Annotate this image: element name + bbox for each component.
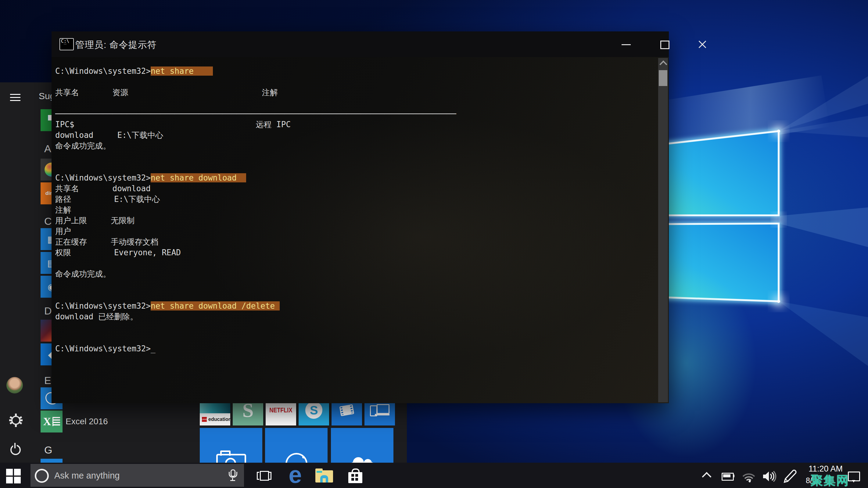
partial-app-icon	[40, 459, 63, 463]
terminal-text: 命令成功完成。	[55, 269, 111, 278]
windows-store-icon[interactable]	[348, 468, 364, 483]
volume-icon[interactable]	[763, 470, 777, 483]
terminal-line	[55, 151, 669, 162]
terminal-text: download 已经删除。	[55, 312, 138, 321]
notification-center-icon[interactable]	[848, 471, 860, 483]
terminal-text: 共享名 download	[55, 184, 151, 193]
terminal-text: 权限 Everyone, READ	[55, 248, 181, 257]
scrollbar-up-arrow-icon[interactable]	[659, 60, 667, 68]
app-section-letter-E[interactable]: E	[44, 374, 51, 387]
terminal-line: 路径 E:\下载中心	[55, 194, 669, 205]
user-avatar[interactable]	[6, 377, 23, 393]
terminal-line: 用户	[55, 226, 669, 237]
movies-tv-icon	[339, 404, 354, 416]
battery-icon[interactable]	[722, 473, 734, 480]
terminal-text: C:\Windows\system32>	[55, 173, 151, 182]
terminal-line: 共享名 download	[55, 183, 669, 194]
terminal-text: 共享名 资源 注解	[55, 88, 278, 97]
tile-camera-app[interactable]	[200, 428, 262, 463]
search-input[interactable]	[54, 464, 201, 487]
terminal-text: C:\Windows\system32>	[55, 301, 151, 310]
start-button[interactable]	[5, 467, 21, 483]
lego-education-label: LEGOeducation	[200, 413, 230, 425]
app-label-excel-2016[interactable]: Excel 2016	[66, 417, 108, 426]
terminal-line: IPC$ 远程 IPC	[55, 119, 669, 130]
terminal-line: download 已经删除。	[55, 311, 669, 322]
terminal-line	[55, 77, 669, 87]
terminal-line: 权限 Everyone, READ	[55, 247, 669, 258]
terminal-line: C:\Windows\system32>_	[55, 343, 669, 354]
minimize-button[interactable]	[619, 37, 633, 52]
app-list-item-excel-2016[interactable]: X	[40, 410, 63, 432]
file-explorer-icon[interactable]	[315, 468, 333, 483]
terminal-line	[55, 333, 669, 343]
terminal-text: 命令成功完成。	[55, 141, 111, 150]
terminal-line: download E:\下载中心	[55, 130, 669, 141]
terminal-line: C:\Windows\system32>net share download /…	[55, 301, 669, 311]
terminal-text: 用户上限 无限制	[55, 216, 134, 225]
terminal-text: 用户	[55, 226, 71, 236]
pen-icon[interactable]	[783, 470, 797, 483]
terminal-text: 路径 E:\下载中心	[55, 194, 160, 204]
terminal-line: C:\Windows\system32>net share download	[55, 173, 669, 183]
maximize-button[interactable]	[657, 37, 671, 52]
terminal-line: 正在缓存 手动缓存文档	[55, 237, 669, 247]
phone-companion-icon	[370, 404, 390, 416]
highlighted-command: net share download	[151, 173, 246, 182]
terminal-text: 正在缓存 手动缓存文档	[55, 237, 158, 246]
edge-browser-icon[interactable]: e	[285, 463, 305, 487]
microphone-icon[interactable]	[228, 469, 237, 482]
terminal-text: ────────────────────────────────────────…	[55, 109, 456, 118]
hamburger-menu-icon[interactable]	[10, 94, 21, 102]
app-section-letter-A[interactable]: A	[44, 143, 51, 155]
taskbar	[0, 463, 868, 488]
app-list-item-partial-app[interactable]	[40, 459, 63, 463]
terminal-line: 用户上限 无限制	[55, 215, 669, 226]
app-section-letter-C[interactable]: C	[44, 215, 52, 227]
terminal-text: 注解	[55, 205, 71, 214]
terminal-line	[55, 162, 669, 173]
skype-s-icon: S	[305, 402, 322, 419]
excel-icon: X	[40, 410, 63, 432]
highlighted-command: net share	[151, 66, 213, 75]
cortana-search-box[interactable]	[31, 464, 244, 487]
terminal-line	[55, 290, 669, 301]
terminal-line: 注解	[55, 205, 669, 215]
cmd-prompt-icon: C:\ ‾	[60, 38, 74, 50]
app-section-letter-G[interactable]: G	[44, 444, 52, 456]
cmd-title-bar[interactable]: C:\ ‾ 管理员: 命令提示符	[52, 31, 669, 57]
terminal-line: 命令成功完成。	[55, 269, 669, 279]
cortana-icon	[35, 469, 49, 483]
terminal-text: C:\Windows\system32>	[55, 66, 151, 75]
terminal-line	[55, 322, 669, 333]
terminal-line	[55, 258, 669, 269]
settings-gear-icon[interactable]	[9, 414, 23, 427]
cmd-window-title: 管理员: 命令提示符	[75, 39, 157, 51]
terminal-line: 命令成功完成。	[55, 141, 669, 151]
site-watermark: 聚集网	[811, 472, 849, 488]
terminal-line	[55, 98, 669, 109]
terminal-text: download E:\下载中心	[55, 130, 163, 140]
tile-onedrive[interactable]	[331, 428, 394, 463]
terminal-output: C:\Windows\system32>net share 共享名 资源 注解─…	[52, 57, 669, 403]
task-view-icon[interactable]	[257, 470, 272, 481]
terminal-scrollbar[interactable]	[658, 58, 668, 402]
close-button[interactable]	[695, 37, 709, 52]
netflix-logo: NETFLIX	[269, 406, 292, 414]
terminal-line: 共享名 资源 注解	[55, 87, 669, 98]
app-section-letter-D[interactable]: D	[44, 305, 52, 317]
tile-disc-app[interactable]	[265, 428, 328, 463]
terminal-line: ────────────────────────────────────────…	[55, 109, 669, 119]
terminal-line: C:\Windows\system32>net share	[55, 66, 669, 77]
camera-tile-icon	[216, 454, 246, 463]
terminal-text: IPC$ 远程 IPC	[55, 120, 291, 129]
terminal-line	[55, 279, 669, 290]
command-prompt-window: C:\ ‾ 管理员: 命令提示符 C:\Windows\system32>net…	[52, 31, 669, 403]
wifi-icon[interactable]	[742, 471, 756, 483]
power-button-icon[interactable]	[10, 444, 21, 455]
scrollbar-thumb[interactable]	[659, 70, 667, 86]
terminal-text: C:\Windows\system32>_	[55, 344, 156, 353]
highlighted-command: net share download /delete	[151, 301, 280, 310]
